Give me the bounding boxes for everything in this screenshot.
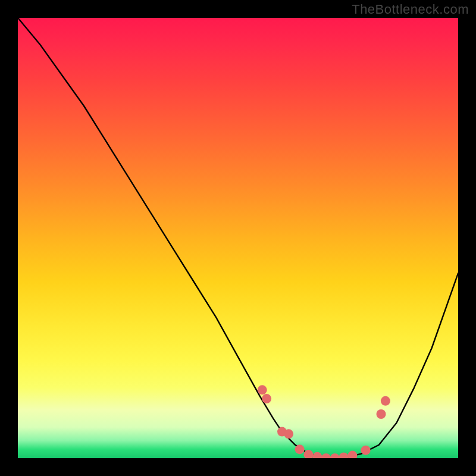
highlight-dot — [330, 453, 340, 458]
highlight-dot — [381, 396, 390, 406]
highlight-dot — [339, 453, 349, 458]
highlight-dot — [377, 409, 386, 419]
highlight-dots-group — [258, 385, 390, 458]
watermark-label: TheBottleneck.com — [352, 2, 469, 17]
plot-area — [18, 18, 458, 458]
highlight-dot — [361, 446, 371, 455]
chart-svg — [18, 18, 458, 458]
highlight-dot — [312, 452, 322, 458]
highlight-dot — [321, 453, 331, 458]
highlight-dot — [258, 385, 267, 394]
bottleneck-curve — [18, 18, 458, 458]
chart-frame: TheBottleneck.com — [0, 0, 476, 476]
highlight-dot — [347, 451, 357, 458]
highlight-dot — [262, 394, 271, 403]
highlight-dot — [295, 444, 305, 454]
highlight-dot — [284, 429, 293, 439]
